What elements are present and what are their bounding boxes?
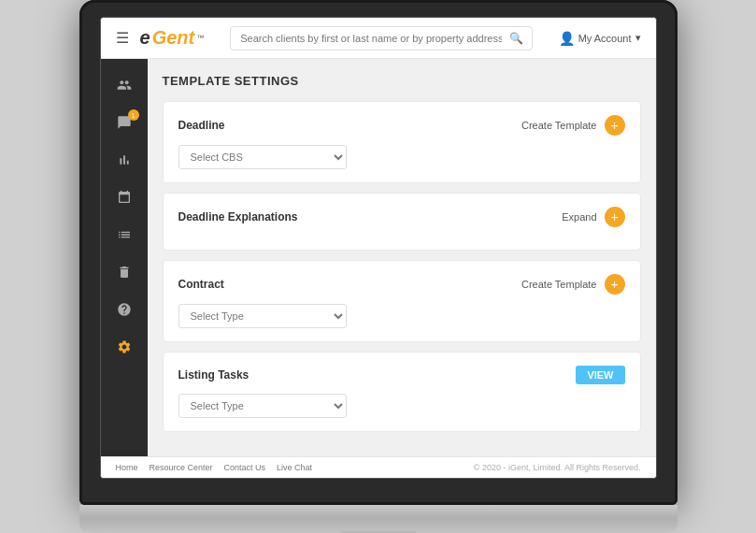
listing-tasks-view-button[interactable]: VIEW [576, 366, 624, 384]
sidebar-item-help[interactable] [106, 293, 143, 326]
logo: eGent™ [140, 27, 205, 49]
listing-tasks-select[interactable]: Select Type [178, 394, 347, 418]
logo-e: e [140, 27, 150, 49]
messages-badge: 1 [128, 109, 139, 121]
deadline-select[interactable]: Select CBS [178, 145, 347, 169]
contract-title: Contract [178, 278, 224, 291]
footer-link-resource[interactable]: Resource Center [150, 463, 213, 472]
account-icon: 👤 [559, 31, 575, 46]
account-menu[interactable]: 👤 My Account ▾ [559, 31, 641, 46]
footer: Home Resource Center Contact Us Live Cha… [101, 456, 656, 478]
content-area: TEMPLATE SETTINGS Deadline Create Templa… [148, 59, 656, 456]
contract-action-label: Create Template [521, 279, 597, 290]
sidebar-item-settings[interactable] [106, 330, 143, 364]
account-chevron-icon: ▾ [635, 32, 641, 44]
deadline-explanations-section: Deadline Explanations Expand + [163, 193, 641, 251]
deadline-action-label: Create Template [521, 120, 597, 131]
logo-gent: Gent [152, 27, 195, 49]
sidebar-item-calendar[interactable] [106, 180, 143, 214]
deadline-title: Deadline [178, 119, 225, 132]
contract-select[interactable]: Select Type [178, 304, 347, 328]
sidebar-item-analytics[interactable] [106, 143, 143, 177]
footer-link-home[interactable]: Home [116, 463, 138, 472]
deadline-section: Deadline Create Template + Select CBS [163, 101, 641, 183]
search-input[interactable] [230, 26, 532, 50]
deadline-explanations-title: Deadline Explanations [178, 210, 298, 223]
account-label: My Account [578, 33, 632, 44]
deadline-action: Create Template + [521, 115, 625, 136]
footer-links: Home Resource Center Contact Us Live Cha… [116, 463, 313, 472]
footer-copyright: © 2020 - iGent, Limited. All Rights Rese… [474, 463, 641, 472]
sidebar-item-list[interactable] [106, 218, 143, 252]
logo-tm: ™ [196, 34, 204, 42]
contract-action: Create Template + [521, 274, 625, 295]
listing-tasks-action: VIEW [576, 366, 624, 384]
deadline-explanations-action-label: Expand [562, 211, 596, 223]
footer-link-contact[interactable]: Contact Us [224, 463, 266, 472]
navbar: ☰ eGent™ 🔍 👤 My Account ▾ [101, 18, 656, 59]
sidebar-item-users[interactable] [106, 68, 143, 102]
contract-section: Contract Create Template + Select Type [163, 260, 641, 342]
page-title: TEMPLATE SETTINGS [163, 74, 641, 88]
deadline-explanations-action: Expand + [562, 207, 624, 227]
search-container: 🔍 [230, 26, 532, 50]
deadline-explanations-expand-button[interactable]: + [605, 207, 625, 227]
hamburger-icon[interactable]: ☰ [116, 29, 129, 47]
search-icon: 🔍 [509, 32, 523, 45]
listing-tasks-title: Listing Tasks [178, 368, 250, 382]
listing-tasks-section: Listing Tasks VIEW Select Type [163, 352, 641, 432]
contract-create-button[interactable]: + [605, 274, 625, 295]
sidebar: 1 [101, 59, 148, 456]
sidebar-item-trash[interactable] [106, 255, 143, 289]
footer-link-livechat[interactable]: Live Chat [277, 463, 312, 472]
sidebar-item-messages[interactable]: 1 [106, 106, 143, 139]
deadline-create-button[interactable]: + [605, 115, 625, 136]
